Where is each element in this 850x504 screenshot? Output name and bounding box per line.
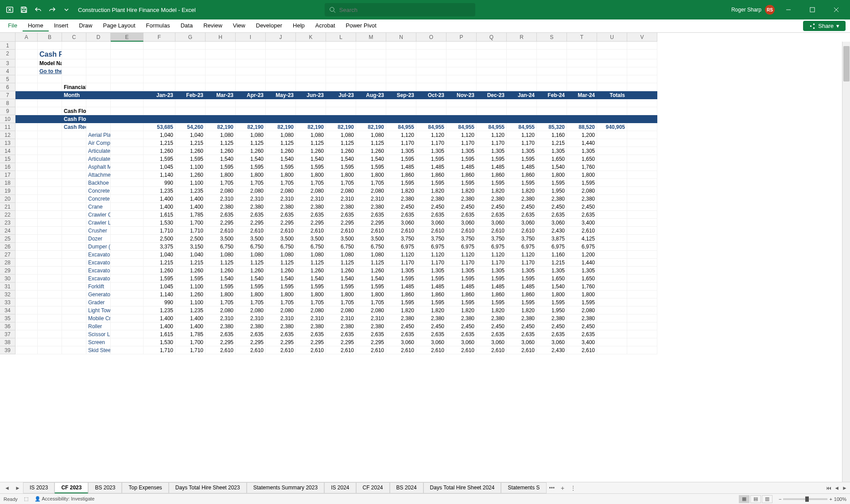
cell[interactable]: 1,260 (296, 267, 326, 275)
cell[interactable]: 3,750 (446, 235, 477, 243)
cell[interactable] (38, 330, 62, 338)
cell[interactable]: Jun-23 (296, 91, 326, 99)
cell[interactable] (111, 322, 144, 330)
cell[interactable] (175, 99, 206, 107)
cell[interactable]: 1,125 (266, 139, 296, 147)
cell[interactable]: 2,450 (477, 322, 507, 330)
close-button[interactable] (826, 0, 846, 19)
cell[interactable]: Articulated Boom (86, 147, 111, 155)
cell[interactable] (597, 67, 627, 75)
row-header[interactable]: 18 (0, 179, 16, 187)
cell[interactable] (627, 171, 657, 179)
row-header[interactable]: 33 (0, 299, 16, 306)
cell[interactable] (537, 67, 567, 75)
cell[interactable] (175, 59, 206, 67)
cell[interactable] (111, 338, 144, 346)
cell[interactable] (296, 83, 326, 91)
cell[interactable]: 1,860 (507, 291, 537, 299)
cell[interactable]: 1,160 (537, 131, 567, 139)
cell[interactable]: Generator (86, 291, 111, 299)
toc-link[interactable]: Go to the Table of Contents (38, 67, 62, 75)
cell[interactable] (38, 107, 62, 115)
cell[interactable]: 2,295 (236, 219, 266, 227)
maximize-button[interactable] (802, 0, 823, 19)
cell[interactable]: 2,430 (537, 227, 567, 235)
cell[interactable] (62, 275, 86, 283)
cell[interactable]: 1,120 (386, 131, 416, 139)
cell[interactable] (507, 59, 537, 67)
cell[interactable]: 1,595 (507, 275, 537, 283)
cell[interactable] (206, 59, 236, 67)
row-header[interactable]: 11 (0, 123, 16, 131)
cell[interactable]: 3,060 (537, 338, 567, 346)
cell[interactable]: 2,380 (326, 203, 356, 211)
save-icon[interactable] (18, 4, 30, 16)
cell[interactable]: 1,080 (296, 251, 326, 259)
cell[interactable]: 1,440 (567, 259, 597, 267)
cell[interactable]: 3,400 (567, 338, 597, 346)
cell[interactable] (627, 211, 657, 219)
cell[interactable]: 2,380 (477, 195, 507, 203)
cell[interactable] (86, 50, 111, 59)
cell[interactable]: 1,530 (144, 338, 175, 346)
cell[interactable] (326, 115, 356, 123)
cell[interactable]: 1,260 (326, 267, 356, 275)
sheet-tab[interactable]: IS 2024 (324, 482, 356, 493)
cell[interactable]: 1,540 (356, 275, 386, 283)
row-header[interactable]: 5 (0, 75, 16, 83)
cell[interactable]: 1,820 (477, 187, 507, 195)
cell[interactable]: 1,705 (236, 179, 266, 187)
cell[interactable]: Apr-23 (236, 91, 266, 99)
cell[interactable]: Dec-23 (477, 91, 507, 99)
cell[interactable] (62, 283, 86, 291)
cell[interactable]: 1,400 (175, 203, 206, 211)
row-header[interactable]: 28 (0, 259, 16, 267)
cell[interactable] (477, 67, 507, 75)
cell[interactable]: 1,400 (175, 322, 206, 330)
cell[interactable] (296, 42, 326, 50)
cell[interactable] (38, 259, 62, 267)
cell[interactable]: Articulated Dump Truck (86, 155, 111, 163)
cell[interactable]: 1,595 (236, 283, 266, 291)
cell[interactable]: 1,400 (144, 322, 175, 330)
cell[interactable] (597, 42, 627, 50)
cell[interactable] (627, 291, 657, 299)
cell[interactable]: 1,080 (296, 131, 326, 139)
cell[interactable] (111, 50, 144, 59)
cell[interactable] (266, 107, 296, 115)
cell[interactable] (62, 322, 86, 330)
cell[interactable] (296, 67, 326, 75)
cell[interactable]: Cash Flow from Operating Activities (62, 115, 86, 123)
cell[interactable] (627, 330, 657, 338)
cell[interactable] (627, 275, 657, 283)
cell[interactable]: 2,380 (567, 195, 597, 203)
cell[interactable]: 1,800 (266, 171, 296, 179)
spreadsheet-grid[interactable]: ABCDEFGHIJKLMNOPQRSTUV 12Cash Flow State… (0, 33, 850, 482)
cell[interactable] (537, 115, 567, 123)
cell[interactable] (446, 107, 477, 115)
row-header[interactable]: 34 (0, 306, 16, 314)
cell[interactable]: 82,190 (356, 123, 386, 131)
cell[interactable] (111, 259, 144, 267)
column-header-F[interactable]: F (144, 33, 175, 42)
sheet-tab[interactable]: CF 2024 (356, 482, 390, 493)
cell[interactable]: 1,100 (175, 283, 206, 291)
cell[interactable]: 1,705 (296, 179, 326, 187)
cell[interactable] (266, 50, 296, 59)
cell[interactable] (38, 299, 62, 306)
cell[interactable]: 2,430 (537, 346, 567, 354)
cell[interactable] (416, 75, 446, 83)
row-header[interactable]: 4 (0, 67, 16, 75)
cell[interactable]: 1,040 (175, 131, 206, 139)
select-all-corner[interactable] (0, 33, 16, 42)
cell[interactable] (627, 115, 657, 123)
cell[interactable]: 1,820 (416, 187, 446, 195)
cell[interactable]: 1,800 (356, 291, 386, 299)
cell[interactable] (356, 75, 386, 83)
cell[interactable]: 1,400 (144, 203, 175, 211)
cell[interactable] (597, 291, 627, 299)
cell[interactable]: 1,540 (326, 155, 356, 163)
column-header-I[interactable]: I (236, 33, 266, 42)
cell[interactable]: 2,610 (356, 346, 386, 354)
cell[interactable] (38, 115, 62, 123)
